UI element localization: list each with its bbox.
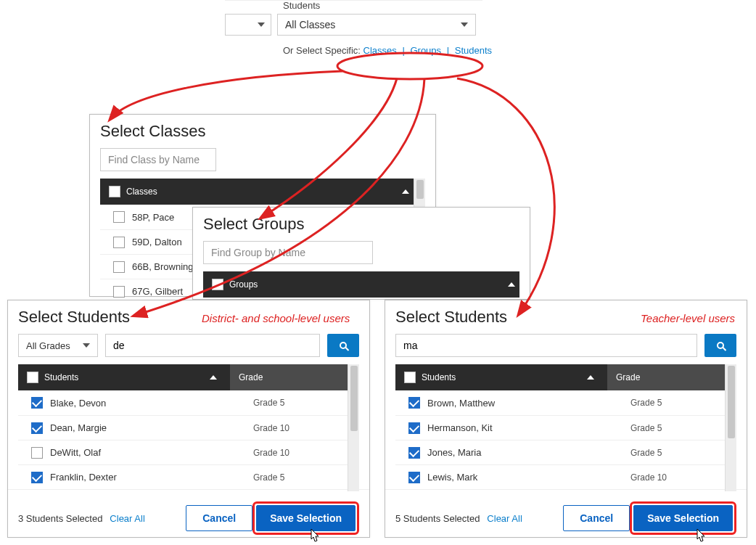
checkbox[interactable]: [31, 422, 43, 434]
cursor-icon: [309, 528, 321, 544]
student-grade: Grade 5: [253, 398, 348, 408]
student-grade: Grade 5: [630, 423, 725, 433]
selected-count: 3 Students Selected: [18, 513, 102, 524]
classes-dropdown[interactable]: All Classes: [277, 14, 476, 36]
table-row[interactable]: Blake, DevonGrade 5: [18, 390, 348, 415]
save-highlight: Save Selection: [252, 501, 359, 535]
table-row[interactable]: Jones, MariaGrade 5: [395, 440, 725, 464]
table-row[interactable]: Hermanson, KitGrade 5: [395, 415, 725, 440]
separator: |: [399, 45, 407, 56]
student-search-input[interactable]: [105, 334, 320, 357]
select-all-checkbox[interactable]: [404, 372, 416, 383]
find-class-input[interactable]: [100, 148, 216, 171]
checkbox[interactable]: [113, 286, 125, 298]
table-row[interactable]: DeWitt, OlafGrade 10: [18, 440, 348, 464]
select-all-checkbox[interactable]: [212, 279, 223, 290]
select-all-checkbox[interactable]: [27, 372, 38, 383]
select-groups-panel: Select Groups Groups: [192, 207, 530, 300]
scrollbar[interactable]: [725, 364, 736, 491]
student-grade: Grade 10: [630, 472, 725, 483]
search-button[interactable]: [327, 334, 359, 357]
chevron-down-icon: [461, 22, 468, 27]
select-students-left-panel: Select Students All Grades Students Grad…: [7, 300, 370, 538]
save-selection-button[interactable]: Save Selection: [633, 505, 733, 531]
leading-dropdown[interactable]: [225, 14, 271, 36]
chevron-down-icon: [83, 343, 90, 348]
student-name: Lewis, Mark: [427, 472, 630, 483]
checkbox[interactable]: [113, 237, 125, 248]
classes-dropdown-value: All Classes: [285, 19, 335, 30]
grades-dropdown[interactable]: All Grades: [18, 334, 98, 357]
student-grade: Grade 10: [253, 423, 348, 433]
save-selection-button[interactable]: Save Selection: [256, 505, 356, 531]
table-row[interactable]: Franklin, DexterGrade 5: [18, 464, 348, 489]
save-highlight: Save Selection: [630, 501, 736, 535]
checkbox[interactable]: [408, 472, 420, 483]
svg-point-0: [337, 53, 482, 79]
student-grade: Grade 10: [253, 448, 348, 458]
students-link[interactable]: Students: [455, 45, 492, 56]
find-group-input[interactable]: [203, 241, 373, 264]
students-label: Students: [283, 0, 492, 11]
student-grade: Grade 5: [253, 472, 348, 483]
select-specific-line: Or Select Specific: Classes | Groups | S…: [283, 45, 492, 56]
classes-header-label: Classes: [126, 187, 157, 197]
annotation-district: District- and school-level users: [202, 312, 350, 324]
annotation-teacher: Teacher-level users: [641, 312, 735, 324]
select-students-right-panel: Select Students Students Grade Brown, Ma…: [385, 300, 747, 538]
grade-column-header: Grade: [607, 364, 725, 390]
students-header-bar: Students Grade: [395, 364, 725, 390]
checkbox[interactable]: [408, 447, 420, 459]
sort-up-icon: [210, 375, 217, 380]
top-filter-area: Students All Classes Or Select Specific:…: [225, 0, 492, 56]
student-name: Blake, Devon: [50, 398, 253, 409]
checkbox[interactable]: [408, 397, 420, 409]
classes-link[interactable]: Classes: [363, 45, 397, 56]
separator: |: [444, 45, 452, 56]
student-name: Dean, Margie: [50, 422, 253, 433]
sort-up-icon: [402, 189, 409, 194]
clear-all-link[interactable]: Clear All: [110, 513, 144, 524]
checkbox[interactable]: [113, 261, 125, 273]
groups-header-label: Groups: [229, 279, 258, 290]
student-name: Franklin, Dexter: [50, 472, 253, 483]
search-icon: [340, 342, 347, 349]
panel-title: Select Groups: [203, 215, 519, 234]
student-name: Brown, Matthew: [427, 398, 630, 409]
panel-footer: 5 Students Selected Clear All Cancel Sav…: [385, 489, 747, 545]
panel-title: Select Classes: [100, 122, 425, 141]
groups-link[interactable]: Groups: [410, 45, 441, 56]
search-button[interactable]: [704, 334, 736, 357]
selected-count: 5 Students Selected: [395, 513, 480, 524]
cursor-icon: [695, 528, 707, 544]
student-grade: Grade 5: [630, 398, 725, 408]
classes-header-bar: Classes: [100, 179, 414, 205]
student-grade: Grade 5: [630, 448, 725, 458]
checkbox[interactable]: [31, 397, 43, 409]
groups-header-bar: Groups: [203, 271, 519, 298]
student-search-input[interactable]: [395, 334, 697, 357]
student-name: Jones, Maria: [427, 447, 630, 458]
students-header-bar: Students Grade: [18, 364, 348, 390]
search-icon: [717, 342, 724, 349]
table-row[interactable]: Lewis, MarkGrade 10: [395, 464, 725, 489]
clear-all-link[interactable]: Clear All: [487, 513, 522, 524]
cancel-button[interactable]: Cancel: [186, 505, 252, 531]
table-row[interactable]: Dean, MargieGrade 10: [18, 415, 348, 440]
student-name: Hermanson, Kit: [427, 422, 630, 433]
checkbox[interactable]: [31, 447, 43, 459]
cancel-button[interactable]: Cancel: [563, 505, 630, 531]
student-name: DeWitt, Olaf: [50, 447, 253, 458]
checkbox[interactable]: [31, 472, 43, 483]
grade-column-header: Grade: [230, 364, 348, 390]
table-row[interactable]: Brown, MatthewGrade 5: [395, 390, 725, 415]
sort-up-icon: [587, 375, 594, 380]
checkbox[interactable]: [408, 422, 420, 434]
chevron-down-icon: [258, 22, 265, 27]
sort-up-icon: [508, 282, 515, 287]
checkbox[interactable]: [113, 211, 125, 223]
scrollbar[interactable]: [348, 364, 359, 491]
select-all-checkbox[interactable]: [109, 186, 120, 197]
